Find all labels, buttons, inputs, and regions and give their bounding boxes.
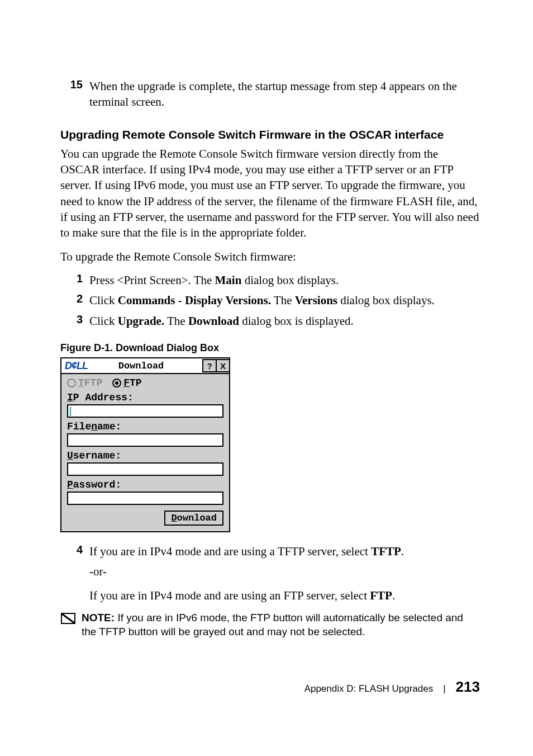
step-number: 15 — [60, 78, 89, 110]
paragraph: To upgrade the Remote Console Switch fir… — [60, 249, 480, 264]
step-text: Press <Print Screen>. The Main dialog bo… — [89, 272, 480, 288]
dialog-titlebar: D¢LL Download ? X — [61, 358, 229, 374]
password-label: Password: — [67, 479, 223, 490]
tftp-radio: TFTP — [67, 377, 102, 389]
step-text: If you are in IPv4 mode and are using an… — [60, 588, 480, 603]
step-4: 4 If you are in IPv4 mode and are using … — [60, 544, 480, 559]
dell-logo: D¢LL — [61, 360, 91, 372]
step-3: 3 Click Upgrade. The Download dialog box… — [60, 313, 480, 329]
note-label: NOTE: — [82, 612, 115, 623]
radio-icon — [112, 379, 121, 388]
step-2: 2 Click Commands - Display Versions. The… — [60, 292, 480, 308]
page-footer: Appendix D: FLASH Upgrades | 213 — [60, 678, 480, 696]
section-heading: Upgrading Remote Console Switch Firmware… — [60, 128, 480, 141]
note-body: If you are in IPv6 mode, the FTP button … — [82, 612, 463, 637]
ftp-radio[interactable]: FTP — [112, 377, 141, 389]
download-dialog: D¢LL Download ? X TFTP FTP IP Address: F… — [60, 357, 230, 532]
footer-separator: | — [443, 683, 445, 694]
username-input[interactable] — [67, 462, 223, 476]
close-button[interactable]: X — [216, 359, 229, 372]
password-input[interactable] — [67, 492, 223, 505]
note-icon — [60, 612, 76, 625]
filename-input[interactable] — [67, 433, 223, 447]
page-number: 213 — [456, 678, 480, 696]
download-button[interactable]: Download — [164, 511, 223, 526]
step-text: When the upgrade is complete, the startu… — [89, 78, 480, 110]
step-number: 3 — [60, 313, 89, 329]
step-1: 1 Press <Print Screen>. The Main dialog … — [60, 272, 480, 288]
step-text: If you are in IPv4 mode and are using a … — [89, 544, 480, 559]
or-text: -or- — [60, 564, 480, 579]
note: NOTE: If you are in IPv6 mode, the FTP b… — [60, 611, 480, 639]
step-number: 2 — [60, 292, 89, 308]
filename-label: Filename: — [67, 421, 223, 432]
ip-address-label: IP Address: — [67, 392, 223, 403]
step-number: 1 — [60, 272, 89, 288]
dialog-title: Download — [91, 361, 202, 371]
step-text: Click Commands - Display Versions. The V… — [89, 292, 480, 308]
step-text: Click Upgrade. The Download dialog box i… — [89, 313, 480, 329]
help-button[interactable]: ? — [202, 359, 216, 372]
step-15: 15 When the upgrade is complete, the sta… — [60, 78, 480, 110]
step-number: 4 — [60, 544, 89, 559]
ip-address-input[interactable] — [67, 404, 223, 418]
footer-section: Appendix D: FLASH Upgrades — [304, 683, 434, 694]
figure-caption: Figure D-1. Download Dialog Box — [60, 342, 480, 354]
paragraph: You can upgrade the Remote Console Switc… — [60, 146, 480, 241]
radio-icon — [67, 379, 76, 388]
username-label: Username: — [67, 450, 223, 461]
